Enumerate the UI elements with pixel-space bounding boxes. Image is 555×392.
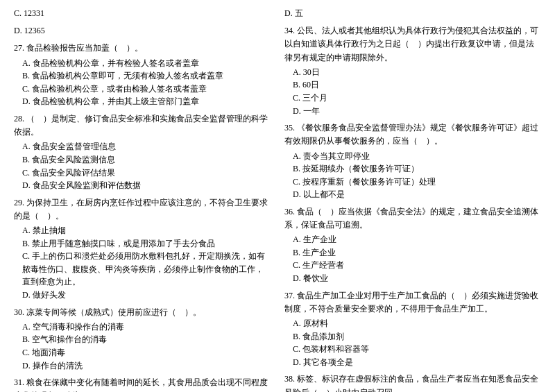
question-27-option-b: B. 食品检验机构公章即可，无须有检验人签名或者盖章 [14,69,271,83]
question-36: 36. 食品（ ）应当依据《食品安全法》的规定，建立食品安全追溯体系，保证食品可… [284,205,541,285]
question-29-option-b: B. 禁止用手随意触摸口味，或是用添加了手去分食品 [14,237,271,250]
question-35-option-b: B. 按延期续办（餐饮服务许可证） [284,162,541,176]
question-30-option-c: C. 地面消毒 [14,346,271,359]
question-36-option-d: D. 餐饮业 [284,272,541,285]
question-29-option-d: D. 做好头发 [14,289,271,302]
question-27-option-a: A. 食品检验机构公章，并有检验人签名或者盖章 [14,57,271,70]
question-37-option-c: C. 包装材料和容器等 [284,343,541,356]
left-column: C. 12331 D. 12365 27. 食品检验报告应当加盖（ ）。 A. … [14,7,271,392]
question-34-option-d: D. 一年 [284,105,541,118]
question-30-option-b: B. 空气和操作台的消毒 [14,333,271,346]
question-37-option-d: D. 其它各项全是 [284,356,541,369]
question-35-option-a: A. 责令当其立即停业 [284,150,541,163]
question-34-option-a: A. 30日 [284,66,541,79]
question-c-12331-text: C. 12331 [14,7,271,20]
question-35-text: 35. 《餐饮服务食品安全监督管理办法》规定《餐饮服务许可证》超过有效期限仍从事… [284,121,541,148]
question-36-option-c: C. 生产经营者 [284,259,541,272]
question-34: 34. 公民、法人或者其他组织认为具体行政行为侵犯其合法权益的，可以自知道该具体… [284,24,541,117]
question-28-text: 28. （ ）是制定、修订食品安全标准和实施食品安全监督管理的科学依据。 [14,112,271,139]
question-38-text: 38. 标签、标识存在虚假标注的食品，食品生产者应当在知悉食品安全风险后（ ）小… [284,373,541,392]
question-d-5: D. 五 [284,7,541,20]
question-38: 38. 标签、标识存在虚假标注的食品，食品生产者应当在知悉食品安全风险后（ ）小… [284,373,541,392]
question-35-option-c: C. 按程序重新（餐饮服务许可证）处理 [284,176,541,189]
question-34-option-c: C. 三个月 [284,92,541,105]
question-d-12365: D. 12365 [14,24,271,37]
question-34-option-b: B. 60日 [284,78,541,92]
question-30-option-d: D. 操作台的清洗 [14,359,271,373]
question-36-option-a: A. 生产企业 [284,233,541,246]
question-29: 29. 为保持卫生，在厨房内烹饪作过程中应该注意的，不符合卫生要求的是（ ）。 … [14,196,271,302]
question-27-option-d: D. 食品检验机构公章，并由其上级主管部门盖章 [14,95,271,108]
question-37-option-b: B. 食品添加剂 [284,330,541,343]
question-37: 37. 食品生产加工企业对用于生产加工食品的（ ）必须实施进货验收制度，不符合质… [284,289,541,369]
question-35: 35. 《餐饮服务食品安全监督管理办法》规定《餐饮服务许可证》超过有效期限仍从事… [284,121,541,201]
question-31-text: 31. 粮食在保藏中变化有随着时间的延长，其食用品质会出现不同程度劣化的现象，称… [14,376,271,392]
question-28-option-d: D. 食品安全风险监测和评估数据 [14,179,271,192]
question-28: 28. （ ）是制定、修订食品安全标准和实施食品安全监督管理的科学依据。 A. … [14,112,271,192]
question-d-5-text: D. 五 [284,7,541,20]
question-36-option-b: B. 生产企业 [284,246,541,259]
question-28-option-c: C. 食品安全风险评估结果 [14,167,271,180]
question-35-option-d: D. 以上都不是 [284,188,541,201]
two-column-layout: C. 12331 D. 12365 27. 食品检验报告应当加盖（ ）。 A. … [14,7,541,392]
question-34-text: 34. 公民、法人或者其他组织认为具体行政行为侵犯其合法权益的，可以自知道该具体… [284,24,541,65]
question-c-12331: C. 12331 [14,7,271,20]
question-29-option-c: C. 手上的伤口和溃烂处必须用防水敷料包扎好，开定期换洗，如有脓毒性伤口、腹腹炎… [14,250,271,289]
question-27-option-c: C. 食品检验机构公章，或者由检验人签名或者盖章 [14,83,271,96]
question-28-option-a: A. 食品安全监督管理信息 [14,140,271,153]
question-29-option-a: A. 禁止抽烟 [14,224,271,237]
question-27-text: 27. 食品检验报告应当加盖（ ）。 [14,42,271,55]
question-37-option-a: A. 原材料 [284,317,541,330]
question-27: 27. 食品检验报告应当加盖（ ）。 A. 食品检验机构公章，并有检验人签名或者… [14,42,271,108]
question-31: 31. 粮食在保藏中变化有随着时间的延长，其食用品质会出现不同程度劣化的现象，称… [14,376,271,392]
question-28-option-b: B. 食品安全风险监测信息 [14,153,271,167]
page-container: C. 12331 D. 12365 27. 食品检验报告应当加盖（ ）。 A. … [0,0,555,392]
question-d-12365-text: D. 12365 [14,24,271,37]
question-37-text: 37. 食品生产加工企业对用于生产加工食品的（ ）必须实施进货验收制度，不符合质… [284,289,541,316]
question-30: 30. 凉菜专间等候（成熟式）使用前应进行（ ）。 A. 空气消毒和操作台的消毒… [14,306,271,373]
question-30-option-a: A. 空气消毒和操作台的消毒 [14,321,271,334]
question-29-text: 29. 为保持卫生，在厨房内烹饪作过程中应该注意的，不符合卫生要求的是（ ）。 [14,196,271,223]
question-36-text: 36. 食品（ ）应当依据《食品安全法》的规定，建立食品安全追溯体系，保证食品可… [284,205,541,232]
question-30-text: 30. 凉菜专间等候（成熟式）使用前应进行（ ）。 [14,306,271,319]
right-column: D. 五 34. 公民、法人或者其他组织认为具体行政行为侵犯其合法权益的，可以自… [284,7,541,392]
